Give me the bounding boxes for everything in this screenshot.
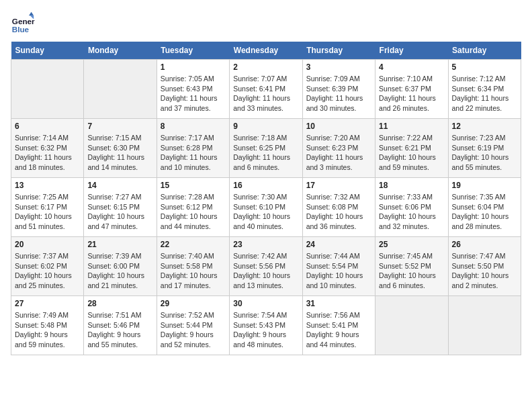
sunset-text: Sunset: 5:56 PM bbox=[233, 262, 285, 270]
calendar-cell: 7Sunrise: 7:15 AMSunset: 6:30 PMDaylight… bbox=[84, 119, 157, 178]
sunrise-text: Sunrise: 7:28 AM bbox=[161, 193, 214, 201]
day-detail: Sunrise: 7:18 AMSunset: 6:25 PMDaylight:… bbox=[233, 133, 298, 173]
calendar-week-row: 1Sunrise: 7:05 AMSunset: 6:43 PMDaylight… bbox=[11, 60, 521, 119]
sunrise-text: Sunrise: 7:47 AM bbox=[452, 252, 506, 260]
calendar-cell: 23Sunrise: 7:42 AMSunset: 5:56 PMDayligh… bbox=[230, 237, 302, 296]
daylight-text: Daylight: 9 hours and 44 minutes. bbox=[306, 330, 359, 349]
sunset-text: Sunset: 6:30 PM bbox=[87, 144, 140, 152]
sunrise-text: Sunrise: 7:20 AM bbox=[306, 134, 360, 142]
sunset-text: Sunset: 6:28 PM bbox=[161, 144, 213, 152]
day-detail: Sunrise: 7:49 AMSunset: 5:48 PMDaylight:… bbox=[15, 310, 80, 350]
sunset-text: Sunset: 6:21 PM bbox=[379, 144, 431, 152]
daylight-text: Daylight: 10 hours and 47 minutes. bbox=[87, 212, 144, 230]
calendar-cell: 29Sunrise: 7:52 AMSunset: 5:44 PMDayligh… bbox=[157, 296, 229, 355]
calendar-week-row: 13Sunrise: 7:25 AMSunset: 6:17 PMDayligh… bbox=[11, 178, 521, 237]
day-number: 23 bbox=[233, 240, 298, 249]
day-number: 20 bbox=[15, 240, 80, 249]
calendar-cell: 31Sunrise: 7:56 AMSunset: 5:41 PMDayligh… bbox=[302, 296, 375, 355]
daylight-text: Daylight: 11 hours and 22 minutes. bbox=[452, 94, 509, 112]
sunrise-text: Sunrise: 7:56 AM bbox=[306, 311, 360, 319]
calendar-cell: 14Sunrise: 7:27 AMSunset: 6:15 PMDayligh… bbox=[84, 178, 157, 237]
day-detail: Sunrise: 7:39 AMSunset: 6:00 PMDaylight:… bbox=[87, 251, 152, 291]
day-detail: Sunrise: 7:44 AMSunset: 5:54 PMDaylight:… bbox=[306, 251, 371, 291]
sunset-text: Sunset: 5:48 PM bbox=[15, 321, 67, 329]
calendar-cell bbox=[84, 60, 157, 119]
day-number: 10 bbox=[306, 122, 371, 131]
day-number: 2 bbox=[233, 62, 298, 72]
sunset-text: Sunset: 5:46 PM bbox=[87, 321, 140, 329]
sunset-text: Sunset: 5:54 PM bbox=[306, 262, 359, 270]
sunset-text: Sunset: 6:04 PM bbox=[452, 203, 504, 211]
sunrise-text: Sunrise: 7:32 AM bbox=[306, 193, 360, 201]
calendar-cell: 15Sunrise: 7:28 AMSunset: 6:12 PMDayligh… bbox=[157, 178, 229, 237]
sunset-text: Sunset: 6:41 PM bbox=[233, 85, 285, 93]
sunset-text: Sunset: 6:25 PM bbox=[233, 144, 285, 152]
calendar-cell: 16Sunrise: 7:30 AMSunset: 6:10 PMDayligh… bbox=[230, 178, 302, 237]
sunset-text: Sunset: 6:37 PM bbox=[379, 85, 431, 93]
day-number: 3 bbox=[306, 62, 371, 72]
sunrise-text: Sunrise: 7:14 AM bbox=[15, 134, 69, 142]
daylight-text: Daylight: 9 hours and 52 minutes. bbox=[161, 330, 214, 349]
weekday-header: Tuesday bbox=[157, 42, 229, 60]
sunrise-text: Sunrise: 7:45 AM bbox=[379, 252, 433, 260]
calendar-cell: 4Sunrise: 7:10 AMSunset: 6:37 PMDaylight… bbox=[375, 60, 448, 119]
calendar-cell: 17Sunrise: 7:32 AMSunset: 6:08 PMDayligh… bbox=[302, 178, 375, 237]
sunrise-text: Sunrise: 7:40 AM bbox=[161, 252, 214, 260]
day-detail: Sunrise: 7:52 AMSunset: 5:44 PMDaylight:… bbox=[161, 310, 226, 350]
sunset-text: Sunset: 5:41 PM bbox=[306, 321, 359, 329]
daylight-text: Daylight: 10 hours and 2 minutes. bbox=[452, 271, 509, 289]
sunset-text: Sunset: 6:32 PM bbox=[15, 144, 67, 152]
daylight-text: Daylight: 10 hours and 25 minutes. bbox=[15, 271, 72, 289]
day-detail: Sunrise: 7:07 AMSunset: 6:41 PMDaylight:… bbox=[233, 74, 298, 113]
sunset-text: Sunset: 6:39 PM bbox=[306, 85, 359, 93]
sunrise-text: Sunrise: 7:25 AM bbox=[15, 193, 69, 201]
day-number: 29 bbox=[161, 299, 226, 308]
day-number: 13 bbox=[15, 181, 80, 190]
day-detail: Sunrise: 7:35 AMSunset: 6:04 PMDaylight:… bbox=[452, 192, 517, 232]
weekday-header: Wednesday bbox=[230, 42, 302, 60]
daylight-text: Daylight: 9 hours and 55 minutes. bbox=[87, 330, 140, 349]
sunset-text: Sunset: 6:08 PM bbox=[306, 203, 359, 211]
daylight-text: Daylight: 11 hours and 18 minutes. bbox=[15, 153, 72, 171]
sunrise-text: Sunrise: 7:05 AM bbox=[161, 75, 214, 83]
calendar-cell: 18Sunrise: 7:33 AMSunset: 6:06 PMDayligh… bbox=[375, 178, 448, 237]
day-number: 14 bbox=[87, 181, 152, 190]
sunrise-text: Sunrise: 7:35 AM bbox=[452, 193, 506, 201]
sunset-text: Sunset: 6:19 PM bbox=[452, 144, 504, 152]
day-detail: Sunrise: 7:09 AMSunset: 6:39 PMDaylight:… bbox=[306, 74, 371, 113]
day-detail: Sunrise: 7:20 AMSunset: 6:23 PMDaylight:… bbox=[306, 133, 371, 173]
calendar-body: 1Sunrise: 7:05 AMSunset: 6:43 PMDaylight… bbox=[11, 60, 521, 355]
day-detail: Sunrise: 7:54 AMSunset: 5:43 PMDaylight:… bbox=[233, 310, 298, 350]
sunrise-text: Sunrise: 7:39 AM bbox=[87, 252, 141, 260]
calendar-cell: 5Sunrise: 7:12 AMSunset: 6:34 PMDaylight… bbox=[448, 60, 521, 119]
daylight-text: Daylight: 10 hours and 40 minutes. bbox=[233, 212, 290, 230]
daylight-text: Daylight: 10 hours and 51 minutes. bbox=[15, 212, 72, 230]
sunrise-text: Sunrise: 7:54 AM bbox=[233, 311, 287, 319]
sunset-text: Sunset: 5:44 PM bbox=[161, 321, 213, 329]
day-number: 18 bbox=[379, 181, 444, 190]
sunset-text: Sunset: 5:52 PM bbox=[379, 262, 431, 270]
day-detail: Sunrise: 7:12 AMSunset: 6:34 PMDaylight:… bbox=[452, 74, 517, 113]
daylight-text: Daylight: 10 hours and 59 minutes. bbox=[379, 153, 436, 171]
daylight-text: Daylight: 10 hours and 55 minutes. bbox=[452, 153, 509, 171]
day-number: 24 bbox=[306, 240, 371, 249]
calendar-cell: 6Sunrise: 7:14 AMSunset: 6:32 PMDaylight… bbox=[11, 119, 84, 178]
calendar-cell: 11Sunrise: 7:22 AMSunset: 6:21 PMDayligh… bbox=[375, 119, 448, 178]
calendar-table: SundayMondayTuesdayWednesdayThursdayFrid… bbox=[11, 42, 521, 355]
day-number: 26 bbox=[452, 240, 517, 249]
calendar-cell: 25Sunrise: 7:45 AMSunset: 5:52 PMDayligh… bbox=[375, 237, 448, 296]
sunrise-text: Sunrise: 7:22 AM bbox=[379, 134, 433, 142]
sunrise-text: Sunrise: 7:30 AM bbox=[233, 193, 287, 201]
daylight-text: Daylight: 10 hours and 32 minutes. bbox=[379, 212, 436, 230]
day-detail: Sunrise: 7:14 AMSunset: 6:32 PMDaylight:… bbox=[15, 133, 80, 173]
calendar-cell: 9Sunrise: 7:18 AMSunset: 6:25 PMDaylight… bbox=[230, 119, 302, 178]
day-detail: Sunrise: 7:30 AMSunset: 6:10 PMDaylight:… bbox=[233, 192, 298, 232]
sunset-text: Sunset: 6:00 PM bbox=[87, 262, 140, 270]
day-detail: Sunrise: 7:17 AMSunset: 6:28 PMDaylight:… bbox=[161, 133, 226, 173]
sunrise-text: Sunrise: 7:12 AM bbox=[452, 75, 506, 83]
daylight-text: Daylight: 10 hours and 6 minutes. bbox=[379, 271, 436, 289]
calendar-cell bbox=[375, 296, 448, 355]
svg-text:Blue: Blue bbox=[12, 25, 30, 34]
sunset-text: Sunset: 6:15 PM bbox=[87, 203, 140, 211]
calendar-cell: 10Sunrise: 7:20 AMSunset: 6:23 PMDayligh… bbox=[302, 119, 375, 178]
